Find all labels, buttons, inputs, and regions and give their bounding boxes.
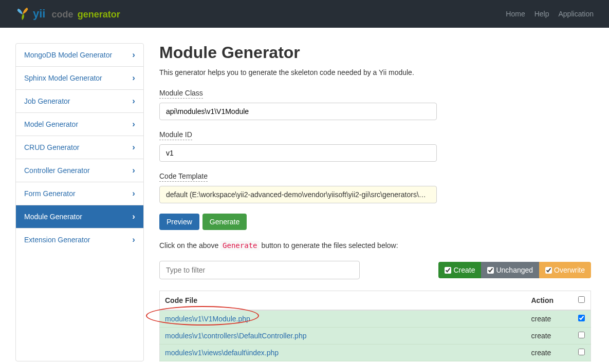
preview-button[interactable]: Preview bbox=[159, 214, 199, 230]
nav-help[interactable]: Help bbox=[534, 10, 549, 18]
brand-logo[interactable]: yii code generator bbox=[15, 7, 120, 21]
files-table: Code File Action modules\v1\V1Module.php… bbox=[159, 291, 591, 361]
nav-home[interactable]: Home bbox=[506, 10, 525, 18]
chevron-right-icon: › bbox=[132, 142, 135, 152]
chevron-right-icon: › bbox=[132, 119, 135, 129]
table-row: modules\v1\V1Module.php create bbox=[160, 310, 591, 328]
col-code-file: Code File bbox=[160, 291, 526, 311]
page-title: Module Generator bbox=[159, 43, 591, 62]
file-link[interactable]: modules\v1\V1Module.php bbox=[165, 315, 250, 323]
sidebar-item-label: MongoDB Model Generator bbox=[24, 51, 112, 59]
file-action: create bbox=[526, 328, 573, 344]
module-id-input[interactable] bbox=[159, 144, 437, 162]
toggle-unchanged-checkbox[interactable] bbox=[487, 267, 494, 274]
sidebar-item-model-generator[interactable]: Model Generator › bbox=[16, 113, 143, 136]
page-description: This generator helps you to generate the… bbox=[159, 68, 591, 76]
chevron-right-icon: › bbox=[132, 165, 135, 176]
toggle-group: Create Unchanged Overwrite bbox=[438, 262, 591, 278]
sidebar-item-sphinx-model-generator[interactable]: Sphinx Model Generator › bbox=[16, 67, 143, 90]
brand-code: code bbox=[52, 9, 73, 20]
toggle-overwrite[interactable]: Overwrite bbox=[539, 262, 591, 278]
file-action: create bbox=[526, 344, 573, 361]
chevron-right-icon: › bbox=[132, 50, 135, 60]
sidebar-item-form-generator[interactable]: Form Generator › bbox=[16, 182, 143, 205]
sidebar-item-crud-generator[interactable]: CRUD Generator › bbox=[16, 136, 143, 159]
toggle-create[interactable]: Create bbox=[438, 262, 481, 278]
sidebar-item-label: Form Generator bbox=[24, 189, 76, 198]
sidebar-item-extension-generator[interactable]: Extension Generator › bbox=[16, 228, 143, 251]
sidebar-item-label: Sphinx Model Generator bbox=[24, 74, 102, 82]
file-action: create bbox=[526, 310, 573, 328]
chevron-right-icon: › bbox=[132, 212, 135, 222]
sidebar: MongoDB Model Generator › Sphinx Model G… bbox=[15, 43, 144, 361]
sidebar-item-label: Module Generator bbox=[24, 213, 82, 221]
sidebar-item-mongodb-model-generator[interactable]: MongoDB Model Generator › bbox=[16, 44, 143, 67]
sidebar-item-label: Extension Generator bbox=[24, 236, 90, 244]
sidebar-item-module-generator[interactable]: Module Generator › bbox=[16, 205, 143, 228]
toggle-unchanged[interactable]: Unchanged bbox=[481, 262, 539, 278]
yii-logo-icon bbox=[15, 7, 30, 21]
nav-application[interactable]: Application bbox=[559, 10, 594, 18]
file-checkbox[interactable] bbox=[578, 315, 585, 321]
chevron-right-icon: › bbox=[132, 73, 135, 83]
toggle-overwrite-checkbox[interactable] bbox=[545, 267, 552, 274]
code-template-label: Code Template bbox=[159, 172, 208, 182]
filter-input[interactable] bbox=[159, 261, 360, 279]
sidebar-item-label: Model Generator bbox=[24, 120, 78, 128]
sidebar-item-controller-generator[interactable]: Controller Generator › bbox=[16, 159, 143, 182]
chevron-right-icon: › bbox=[132, 235, 135, 245]
toggle-create-checkbox[interactable] bbox=[445, 267, 451, 274]
table-row: modules\v1\controllers\DefaultController… bbox=[160, 328, 591, 344]
file-link[interactable]: modules\v1\controllers\DefaultController… bbox=[165, 332, 306, 340]
brand-generator: generator bbox=[78, 9, 120, 20]
navbar: yii code generator Home Help Application bbox=[0, 0, 609, 28]
sidebar-item-label: Job Generator bbox=[24, 97, 70, 105]
file-checkbox[interactable] bbox=[578, 332, 585, 338]
file-checkbox[interactable] bbox=[578, 349, 585, 355]
table-row: modules\v1\views\default\index.php creat… bbox=[160, 344, 591, 361]
chevron-right-icon: › bbox=[132, 96, 135, 106]
col-action: Action bbox=[526, 291, 573, 311]
brand-yii: yii bbox=[33, 7, 45, 20]
nav-links: Home Help Application bbox=[506, 10, 594, 18]
sidebar-item-label: CRUD Generator bbox=[24, 143, 79, 151]
code-template-select[interactable]: default (E:\workspace\yii2-advanced-demo… bbox=[159, 186, 437, 203]
select-all-checkbox[interactable] bbox=[578, 296, 585, 303]
module-id-label: Module ID bbox=[159, 130, 192, 140]
file-link[interactable]: modules\v1\views\default\index.php bbox=[165, 349, 279, 357]
sidebar-item-job-generator[interactable]: Job Generator › bbox=[16, 90, 143, 113]
chevron-right-icon: › bbox=[132, 188, 135, 199]
module-class-label: Module Class bbox=[159, 89, 203, 99]
generate-hint: Click on the above Generate button to ge… bbox=[159, 241, 591, 250]
main-content: Module Generator This generator helps yo… bbox=[159, 43, 591, 361]
module-class-input[interactable] bbox=[159, 103, 437, 120]
sidebar-item-label: Controller Generator bbox=[24, 166, 90, 175]
generate-button[interactable]: Generate bbox=[202, 214, 247, 230]
